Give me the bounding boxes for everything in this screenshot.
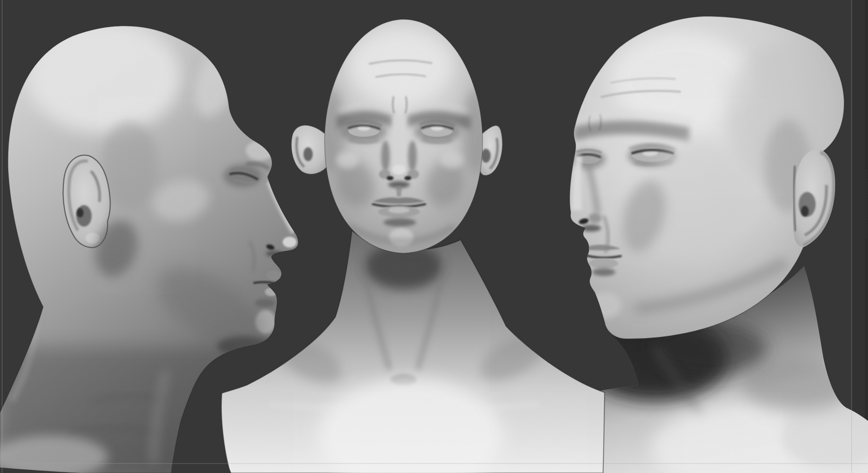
sculpt-canvas-viewport[interactable] [0, 0, 868, 473]
right-tray-divider-grip[interactable] [865, 170, 868, 239]
